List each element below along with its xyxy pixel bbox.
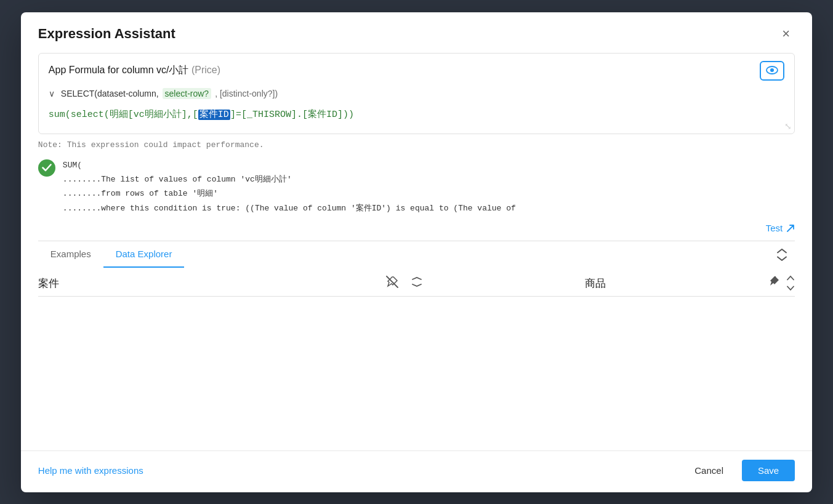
dialog-overlay: Expression Assistant × App Formula for c… bbox=[0, 0, 833, 504]
table-col-left: 案件 bbox=[38, 276, 385, 290]
template-grey: , [distinct-only?]) bbox=[215, 89, 278, 98]
col-collapse-icon[interactable] bbox=[411, 277, 422, 290]
svg-point-1 bbox=[770, 68, 774, 72]
tabs-section: Examples Data Explorer bbox=[38, 241, 795, 297]
collapse-button[interactable] bbox=[769, 243, 795, 266]
tab-examples[interactable]: Examples bbox=[38, 241, 103, 268]
tabs-header: Examples Data Explorer bbox=[38, 241, 795, 268]
formula-header: App Formula for column vc/小計 (Price) bbox=[39, 54, 794, 86]
sum-line: SUM( bbox=[63, 158, 516, 172]
table-col-mid bbox=[385, 275, 422, 292]
cancel-button[interactable]: Cancel bbox=[683, 460, 734, 481]
validation-text: SUM( ........The list of values of colum… bbox=[63, 158, 516, 216]
save-button[interactable]: Save bbox=[742, 460, 795, 481]
validation-section: SUM( ........The list of values of colum… bbox=[38, 153, 795, 223]
formula-title: App Formula for column vc/小計 (Price) bbox=[49, 64, 220, 77]
tabs-list: Examples Data Explorer bbox=[38, 241, 185, 268]
dialog-header: Expression Assistant × bbox=[21, 12, 812, 53]
formula-part2: ]=[_THISROW].[案件ID])) bbox=[230, 110, 354, 120]
formula-part1: sum(select(明細[vc明細小計],[ bbox=[49, 110, 198, 120]
sort-icon[interactable] bbox=[786, 274, 795, 292]
dialog-title: Expression Assistant bbox=[38, 26, 175, 42]
help-link[interactable]: Help me with expressions bbox=[38, 465, 143, 476]
formula-col-hint: (Price) bbox=[191, 65, 220, 75]
test-label: Test bbox=[766, 223, 783, 233]
note-text: Note: This expression could impact perfo… bbox=[38, 134, 795, 153]
table-col-left-label: 案件 bbox=[38, 276, 59, 290]
tab-data-explorer[interactable]: Data Explorer bbox=[103, 241, 185, 268]
formula-section: App Formula for column vc/小計 (Price) ∨ S… bbox=[38, 53, 795, 134]
table-col-right-label: 商品 bbox=[585, 278, 606, 289]
dialog-footer: Help me with expressions Cancel Save bbox=[21, 450, 812, 492]
validation-line3: ........where this condition is true: ((… bbox=[63, 201, 516, 215]
template-keyword: SELECT(dataset-column, bbox=[61, 89, 159, 98]
validation-line1: ........The list of values of column 'vc… bbox=[63, 172, 516, 186]
resize-handle[interactable]: ⤡ bbox=[784, 121, 792, 131]
valid-check-icon bbox=[38, 159, 55, 177]
template-arrow: ∨ bbox=[49, 89, 55, 98]
no-pin-icon[interactable] bbox=[385, 275, 399, 292]
test-button[interactable]: Test bbox=[766, 223, 795, 233]
close-button[interactable]: × bbox=[777, 25, 795, 43]
formula-highlight: 案件ID bbox=[198, 110, 230, 120]
footer-buttons: Cancel Save bbox=[683, 460, 795, 481]
data-table-header: 案件 bbox=[38, 268, 795, 297]
table-col-right bbox=[769, 274, 795, 292]
dialog-body: App Formula for column vc/小計 (Price) ∨ S… bbox=[21, 53, 812, 450]
pin-icon[interactable] bbox=[769, 276, 780, 291]
expression-assistant-dialog: Expression Assistant × App Formula for c… bbox=[21, 12, 812, 492]
validation-line2: ........from rows of table '明細' bbox=[63, 186, 516, 201]
template-line: ∨ SELECT(dataset-column, select-row? , [… bbox=[39, 86, 794, 103]
eye-button[interactable] bbox=[760, 61, 784, 81]
template-green: select-row? bbox=[163, 88, 212, 99]
formula-code[interactable]: sum(select(明細[vc明細小計],[案件ID]=[_THISROW].… bbox=[39, 103, 794, 134]
